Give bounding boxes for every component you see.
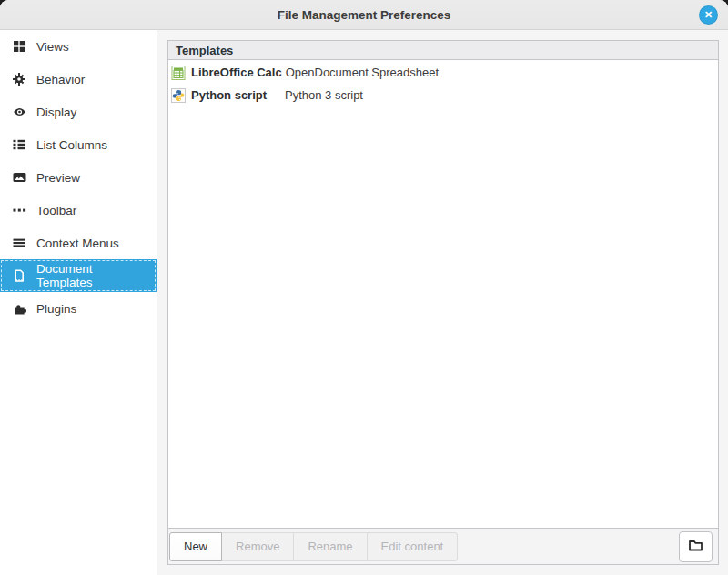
sidebar-item-label: Plugins [36,302,76,316]
sidebar-item-behavior[interactable]: Behavior [0,63,157,96]
template-row[interactable]: Python scriptPython 3 script [168,84,718,106]
templates-toolbar: NewRemoveRenameEdit content [168,528,718,564]
sidebar: ViewsBehaviorDisplayList ColumnsPreviewT… [0,30,157,575]
sidebar-item-plugins[interactable]: Plugins [0,292,157,325]
sidebar-item-list-columns[interactable]: List Columns [0,128,157,161]
window-title: File Management Preferences [278,8,451,22]
python-icon [171,88,186,103]
sidebar-item-label: Display [36,106,76,119]
template-list: LibreOffice CalcOpenDocument Spreadsheet… [168,60,718,528]
rename-button: Rename [293,532,367,561]
close-button[interactable]: ✕ [699,5,718,25]
remove-button: Remove [221,532,294,561]
sidebar-item-label: List Columns [36,138,107,152]
image-icon [12,170,26,185]
dots-icon [12,203,26,217]
preferences-window: File Management Preferences ✕ ViewsBehav… [0,0,728,575]
sidebar-item-label: Preview [36,171,80,185]
templates-header: Templates [168,41,718,60]
open-templates-folder-button[interactable] [679,531,713,562]
sidebar-item-label: Toolbar [36,204,76,217]
new-button[interactable]: New [169,532,222,561]
template-actions-group: NewRemoveRenameEdit content [169,532,458,561]
libreoffice-calc-icon [171,66,186,80]
sidebar-item-label: Views [36,40,69,54]
document-icon [12,268,26,283]
sidebar-item-label: Behavior [36,73,85,86]
template-description: Python 3 script [285,88,363,102]
gear-icon [12,72,26,86]
content-area: Templates LibreOffice CalcOpenDocument S… [157,30,728,575]
close-icon: ✕ [704,10,713,20]
titlebar: File Management Preferences ✕ [0,0,728,30]
menu-icon [12,236,26,250]
puzzle-icon [12,301,26,316]
folder-icon [688,539,703,555]
sidebar-item-toolbar[interactable]: Toolbar [0,194,157,227]
sidebar-item-preview[interactable]: Preview [0,161,157,194]
window-body: ViewsBehaviorDisplayList ColumnsPreviewT… [0,30,728,575]
sidebar-item-document-templates[interactable]: Document Templates [0,259,157,292]
template-name: Python script [191,88,285,102]
template-description: OpenDocument Spreadsheet [286,66,439,79]
sidebar-item-context-menus[interactable]: Context Menus [0,227,157,259]
sidebar-item-views[interactable]: Views [0,30,157,63]
eye-icon [12,105,26,119]
templates-panel: Templates LibreOffice CalcOpenDocument S… [167,40,719,565]
sidebar-item-label: Document Templates [36,262,149,289]
grid-icon [12,39,26,54]
templates-header-label: Templates [176,44,233,57]
sidebar-item-label: Context Menus [36,237,119,250]
template-name: LibreOffice Calc [191,66,286,79]
sidebar-item-display[interactable]: Display [0,96,157,128]
template-row[interactable]: LibreOffice CalcOpenDocument Spreadsheet [168,61,718,84]
edit-content-button: Edit content [367,532,459,561]
list-icon [12,137,26,152]
